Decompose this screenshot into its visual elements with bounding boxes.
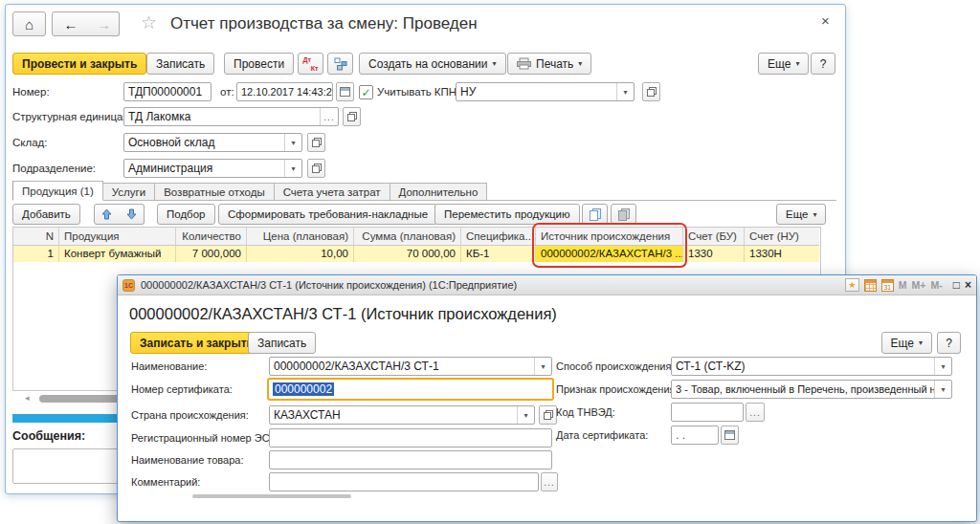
tab-cost-accounts[interactable]: Счета учета затрат (275, 183, 390, 201)
maximize-button[interactable]: □ (953, 278, 960, 292)
country-open-button[interactable] (539, 405, 557, 425)
date-input[interactable]: 12.10.2017 14:43:27 (236, 82, 333, 101)
calendar-icon[interactable]: 31 (881, 279, 894, 292)
post-button[interactable]: Провести (224, 53, 294, 75)
chevron-down-icon: ▾ (493, 59, 497, 68)
table-header-row: N Продукция Количество Цена (плановая) С… (13, 228, 819, 246)
table-more-button[interactable]: Еще ▾ (776, 204, 826, 225)
printer-icon (517, 57, 531, 70)
help-button[interactable]: ? (811, 53, 835, 75)
more-button[interactable]: Еще ▾ (758, 53, 809, 75)
paste-button[interactable] (611, 204, 636, 225)
tab-services[interactable]: Услуги (103, 183, 155, 201)
close-button[interactable]: × (821, 13, 830, 28)
tab-additional[interactable]: Дополнительно (390, 183, 488, 201)
dtkt-postings-button[interactable]: Дт Кт (298, 53, 323, 75)
memory-m-minus-button[interactable]: M- (930, 279, 942, 291)
memory-m-plus-button[interactable]: M+ (912, 279, 926, 291)
comment-input[interactable] (269, 472, 539, 491)
ellipsis-icon[interactable]: ... (320, 108, 338, 125)
chevron-down-icon[interactable]: ▾ (284, 134, 301, 151)
number-input[interactable]: ТДП00000001 (123, 82, 212, 101)
tnved-input[interactable] (671, 403, 744, 422)
dialog-save-button[interactable]: Записать (248, 332, 316, 354)
tab-return-waste[interactable]: Возвратные отходы (155, 183, 274, 201)
kpn-label: Учитывать КПН (377, 86, 457, 98)
cert-number-input[interactable]: 000000002 (267, 378, 554, 401)
cert-date-input[interactable]: . . (671, 426, 719, 445)
structural-unit-open-button[interactable] (343, 107, 361, 126)
move-products-button[interactable]: Переместить продукцию (434, 204, 580, 225)
structural-unit-input[interactable]: ТД Лакомка ... (123, 107, 339, 126)
product-name-input[interactable] (269, 450, 552, 469)
esf-reg-input[interactable] (269, 428, 552, 448)
structure-button[interactable] (327, 53, 353, 75)
header-cell-plan-sum[interactable]: Сумма (плановая) (354, 228, 461, 246)
chevron-down-icon[interactable]: ▾ (284, 160, 301, 177)
scrollbar-left-arrow[interactable]: ◂ (25, 393, 30, 403)
form-requirements-button[interactable]: Сформировать требования-накладные (218, 204, 437, 225)
header-cell-n[interactable]: N (13, 228, 59, 246)
warehouse-open-button[interactable] (307, 133, 325, 152)
chevron-down-icon: ▾ (578, 59, 582, 68)
dialog-scrollbar-thumb[interactable] (192, 494, 351, 498)
country-combobox[interactable]: КАЗАХСТАН ▾ (269, 405, 535, 425)
back-button[interactable]: ← (52, 11, 90, 36)
chevron-down-icon[interactable]: ▾ (534, 358, 551, 375)
chevron-down-icon[interactable]: ▾ (517, 406, 534, 424)
home-button[interactable]: ⌂ (12, 11, 46, 36)
department-combobox[interactable]: Администрация ▾ (123, 159, 302, 178)
warehouse-combobox[interactable]: Основной склад ▾ (123, 133, 302, 152)
save-and-close-button[interactable]: Записать и закрыть (130, 332, 263, 354)
favorite-star-icon[interactable]: ☆ (141, 13, 157, 32)
number-value: ТДП00000001 (128, 85, 211, 98)
date-label: от: (220, 86, 234, 98)
add-row-button[interactable]: Добавить (12, 204, 80, 225)
tnved-label: Код ТНВЭД: (556, 406, 615, 418)
header-cell-specification[interactable]: Специфика... (461, 228, 536, 246)
dialog-titlebar[interactable]: 1С 000000002/КАЗАХСТАН/3 СТ-1 (Источник … (118, 275, 976, 295)
dialog-more-button[interactable]: Еще ▾ (881, 332, 932, 354)
move-up-button[interactable] (94, 204, 120, 225)
pick-button[interactable]: Подбор (157, 204, 215, 225)
chevron-down-icon: ▾ (795, 59, 799, 68)
create-based-on-button[interactable]: Создать на основании ▾ (359, 53, 506, 75)
tab-products[interactable]: Продукция (1) (12, 181, 103, 201)
tnved-ellipsis-button[interactable]: ... (746, 403, 765, 422)
chevron-down-icon[interactable]: ▾ (934, 358, 951, 375)
post-and-close-button[interactable]: Провести и закрыть (12, 53, 146, 75)
header-cell-plan-price[interactable]: Цена (плановая) (247, 228, 354, 246)
print-button[interactable]: Печать ▾ (507, 53, 591, 75)
kpn-open-button[interactable] (642, 82, 660, 101)
department-open-button[interactable] (307, 159, 325, 178)
dialog-close-button[interactable]: × (965, 278, 971, 292)
comment-ellipsis-button[interactable]: ... (541, 472, 558, 491)
chevron-down-icon[interactable]: ▾ (616, 83, 634, 100)
calculator-icon[interactable] (864, 279, 877, 292)
forward-button[interactable]: → (89, 11, 120, 36)
copy-button[interactable] (582, 204, 608, 225)
cert-date-label: Дата сертификата: (556, 429, 648, 441)
kpn-mode-combobox[interactable]: НУ ▾ (456, 82, 635, 101)
header-cell-origin-source[interactable]: Источник происхождения (536, 228, 683, 246)
dialog-help-button[interactable]: ? (937, 332, 961, 354)
cert-date-calendar-button[interactable] (721, 426, 739, 445)
name-combobox[interactable]: 000000002/КАЗАХСТАН/3 СТ-1 ▾ (269, 357, 552, 376)
header-cell-product[interactable]: Продукция (59, 228, 176, 246)
move-down-button[interactable] (119, 204, 145, 225)
kpn-checkbox[interactable]: ✓ (359, 85, 373, 99)
post-label: Провести (234, 57, 284, 71)
dialog-titlebar-icons: ★ 31 M M+ M- □ × (845, 278, 971, 292)
table-row[interactable]: 1 Конверт бумажный 7 000,000 10,00 70 00… (13, 246, 819, 262)
save-button[interactable]: Записать (146, 53, 214, 75)
header-cell-account-bu[interactable]: Счет (БУ) (683, 228, 745, 246)
header-cell-account-nu[interactable]: Счет (НУ) (745, 228, 819, 246)
star-icon[interactable]: ★ (845, 278, 859, 292)
calendar-icon (340, 87, 350, 97)
memory-m-button[interactable]: M (899, 279, 907, 291)
chevron-down-icon[interactable]: ▾ (934, 381, 951, 398)
origin-method-combobox[interactable]: СТ-1 (СТ-KZ) ▾ (671, 357, 952, 376)
header-cell-quantity[interactable]: Количество (176, 228, 247, 246)
origin-sign-combobox[interactable]: 3 - Товар, включенный в Перечень, произв… (671, 380, 952, 399)
date-calendar-button[interactable] (336, 82, 354, 101)
